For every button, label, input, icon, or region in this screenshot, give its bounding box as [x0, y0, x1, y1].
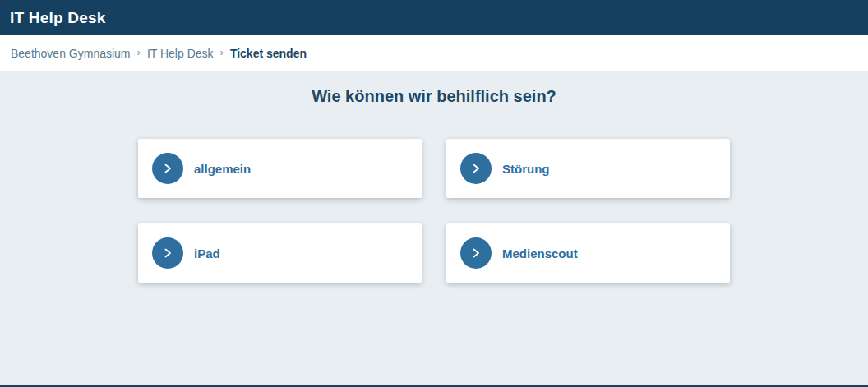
- main-content: Wie können wir behilflich sein? allgemei…: [0, 71, 868, 385]
- category-card-ipad[interactable]: iPad: [138, 223, 422, 283]
- breadcrumb-link-beethoven-gymnasium[interactable]: Beethoven Gymnasium: [11, 47, 131, 60]
- category-label: iPad: [194, 246, 220, 260]
- breadcrumb: Beethoven Gymnasium › IT Help Desk › Tic…: [0, 35, 868, 71]
- page-title: Wie können wir behilflich sein?: [0, 87, 868, 106]
- chevron-right-icon: [460, 237, 492, 269]
- category-card-medienscout[interactable]: Medienscout: [446, 223, 730, 283]
- category-grid: allgemein Störung iPad: [138, 139, 730, 283]
- breadcrumb-link-it-help-desk[interactable]: IT Help Desk: [147, 47, 214, 60]
- category-label: allgemein: [194, 162, 251, 176]
- breadcrumb-current: Ticket senden: [230, 47, 307, 60]
- chevron-right-icon: [460, 153, 492, 184]
- breadcrumb-separator-icon: ›: [137, 46, 141, 58]
- breadcrumb-separator-icon: ›: [220, 46, 224, 58]
- category-card-allgemein[interactable]: allgemein: [138, 139, 422, 198]
- chevron-right-icon: [152, 237, 183, 269]
- page: IT Help Desk Beethoven Gymnasium › IT He…: [0, 0, 868, 387]
- app-header: IT Help Desk: [0, 0, 868, 35]
- chevron-right-icon: [152, 153, 183, 184]
- category-label: Medienscout: [502, 246, 578, 260]
- category-label: Störung: [502, 162, 550, 176]
- category-card-stoerung[interactable]: Störung: [446, 139, 730, 198]
- app-title: IT Help Desk: [10, 9, 105, 27]
